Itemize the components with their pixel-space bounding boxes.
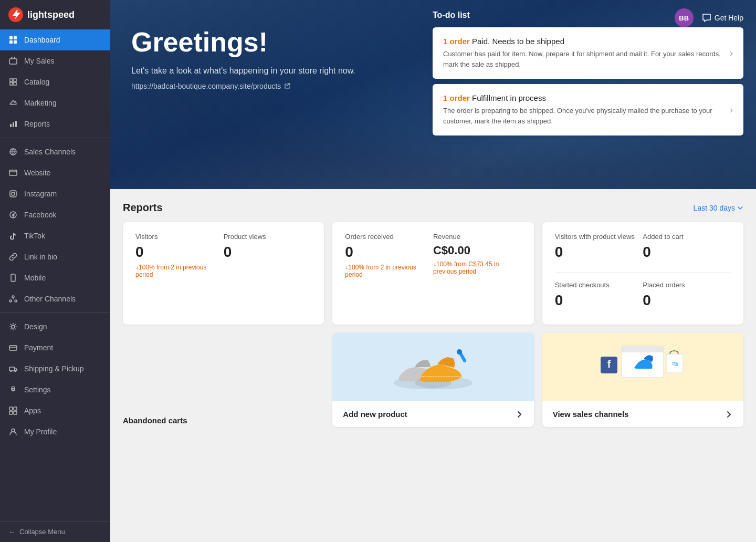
product-views-label: Product views [224,233,312,241]
view-sales-channels-card[interactable]: f 🛍 View sales channels [542,333,743,427]
action-cards-grid: Abandoned carts [123,333,743,427]
nav-label: My Profile [24,428,57,436]
nav-label: Catalog [24,78,49,86]
nav-label: Dashboard [24,36,60,44]
stat-card-orders: Orders received 0 ↓100% from 2 in previo… [332,222,533,325]
nav-item-facebook[interactable]: Facebook [0,204,110,225]
nav-item-settings[interactable]: Settings [0,379,110,400]
nav-item-dashboard[interactable]: Dashboard [0,29,110,50]
nav-item-my-sales[interactable]: My Sales [0,50,110,71]
svg-rect-7 [13,122,14,127]
svg-point-12 [12,192,15,195]
orders-value: 0 [345,244,433,260]
nav-item-apps[interactable]: Apps [0,400,110,421]
add-product-footer[interactable]: Add new product [332,401,533,427]
orders-change: ↓100% from 2 in previous period [345,264,433,278]
nav-label: Settings [24,385,51,394]
todo-item-1[interactable]: 1 order Fulfillment in process The order… [433,84,743,136]
stat-grid-3b: Started checkouts 0 Placed orders 0 [555,281,731,312]
mobile-icon [8,273,18,283]
nav-label: Design [24,322,47,331]
stat-card-funnel: Visitors with product views 0 Added to c… [542,222,743,325]
stat-placed-orders: Placed orders 0 [643,281,731,312]
todo-item-0[interactable]: 1 order Paid. Needs to be shipped Custom… [433,27,743,79]
nav-label: Shipping & Pickup [24,364,84,373]
svg-rect-11 [10,191,16,197]
todo-card-content-1: 1 order Fulfillment in process The order… [443,93,723,126]
logo-text: lightspeed [27,9,75,20]
date-filter[interactable]: Last 30 days [694,204,743,212]
nav-item-my-profile[interactable]: My Profile [0,421,110,442]
started-checkouts-label: Started checkouts [555,281,643,289]
nav-item-website[interactable]: Website [0,162,110,183]
chevron-down-icon [737,205,743,211]
svg-point-13 [15,192,16,193]
stat-grid-1: Visitors 0 ↓100% from 2 in previous peri… [135,233,311,278]
orders-label: Orders received [345,233,433,241]
abandoned-carts-placeholder: Abandoned carts [123,333,324,427]
my-profile-icon [8,427,18,436]
nav-item-instagram[interactable]: Instagram [0,183,110,204]
todo-order-1: 1 order [443,93,470,102]
collapse-label: Collapse Menu [19,528,65,536]
svg-rect-8 [15,121,17,127]
todo-card-title-0: 1 order Paid. Needs to be shipped [443,37,723,46]
nav-item-reports[interactable]: Reports [0,113,110,134]
stat-revenue: Revenue C$0.00 ↓100% from C$73.45 in pre… [433,233,521,278]
svg-rect-21 [9,346,17,350]
stat-grid-3: Visitors with product views 0 Added to c… [555,233,731,264]
add-product-card[interactable]: Add new product [332,333,533,427]
visitors-product-label: Visitors with product views [555,233,643,241]
started-checkouts-value: 0 [555,292,643,309]
nav-item-link-in-bio[interactable]: Link in bio [0,246,110,267]
sales-channels-illustration: f 🛍 [590,338,695,396]
svg-rect-22 [9,367,15,371]
collapse-menu-button[interactable]: ← Collapse Menu [0,522,110,542]
facebook-icon [8,210,18,220]
svg-rect-3 [9,40,13,44]
visitors-product-value: 0 [555,244,643,260]
link-in-bio-icon [8,252,18,262]
todo-order-0: 1 order [443,37,470,46]
other-channels-icon [8,294,18,304]
nav-item-payment[interactable]: Payment [0,337,110,358]
nav-item-catalog[interactable]: Catalog [0,71,110,92]
visitors-change: ↓100% from 2 in previous period [135,264,224,278]
todo-title-text-1: Fulfillment in process [472,93,546,102]
todo-desc-1: The order is preparing to be shipped. On… [443,106,723,126]
my-sales-icon [8,56,18,66]
svg-rect-6 [10,124,12,127]
svg-rect-27 [14,407,17,410]
nav-label: Marketing [24,99,56,107]
nav-item-other-channels[interactable]: Other Channels [0,288,110,309]
placed-orders-value: 0 [643,292,731,309]
svg-rect-26 [9,407,13,410]
nav-item-marketing[interactable]: Marketing [0,92,110,113]
nav-label: Instagram [24,190,57,198]
stat-added-to-cart: Added to cart 0 [643,233,731,264]
nav-label: Sales Channels [24,148,76,156]
nav-item-sales-channels[interactable]: Sales Channels [0,141,110,162]
nav-item-mobile[interactable]: Mobile [0,267,110,288]
nav-label: Apps [24,407,41,415]
nav-label: Facebook [24,211,56,219]
add-product-image [332,333,533,401]
todo-chevron-0: › [730,48,733,59]
visitors-label: Visitors [135,233,224,241]
view-sales-channels-footer[interactable]: View sales channels [542,401,743,427]
revenue-value: C$0.00 [433,244,521,257]
nav-item-shipping-pickup[interactable]: Shipping & Pickup [0,358,110,379]
nav-label: Link in bio [24,253,57,261]
add-product-label: Add new product [343,410,407,419]
nav-item-tiktok[interactable]: TikTok [0,225,110,246]
svg-rect-28 [9,411,13,414]
nav-label: Mobile [24,274,46,282]
sidebar-logo[interactable]: lightspeed [0,0,110,29]
nav-item-design[interactable]: Design [0,316,110,337]
todo-card-content-0: 1 order Paid. Needs to be shipped Custom… [443,37,723,69]
view-sales-channels-label: View sales channels [553,410,629,419]
svg-rect-1 [9,36,13,39]
sales-channels-icon [8,147,18,157]
sidebar-bottom: ← Collapse Menu [0,521,110,542]
svg-rect-36 [622,346,664,352]
